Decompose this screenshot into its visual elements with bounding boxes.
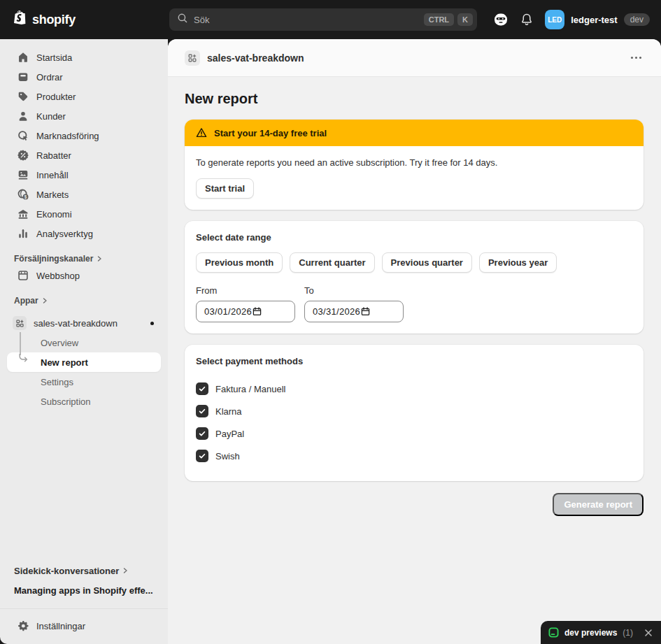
sidekick-conversation-item[interactable]: Managing apps in Shopify effe...	[0, 580, 168, 600]
chevron-right-icon	[96, 255, 103, 262]
trial-banner-title: Start your 14-day free trial	[214, 128, 327, 138]
marketing-icon	[17, 129, 29, 142]
customers-icon	[17, 110, 29, 122]
sidebar-item-innehall[interactable]: Innehåll	[0, 165, 168, 185]
tree-arrow-icon	[19, 354, 29, 365]
store-name: ledger-test	[571, 15, 617, 25]
payment-methods-title: Select payment methods	[196, 356, 632, 366]
store-avatar: LED	[545, 10, 564, 29]
sidebar-item-label: Ordrar	[36, 72, 63, 83]
sidebar-item-analysverktyg[interactable]: Analysverktyg	[0, 224, 168, 243]
chevron-right-icon	[41, 297, 48, 304]
sidebar-item-label: Startsida	[36, 52, 72, 63]
svg-text:$: $	[24, 194, 27, 200]
payment-option-klarna[interactable]: Klarna	[196, 400, 632, 422]
sidebar-item-kunder[interactable]: Kunder	[0, 106, 168, 126]
sidebar-item-produkter[interactable]: Produkter	[0, 87, 168, 106]
chevron-right-icon	[122, 567, 129, 574]
dev-previews-bar[interactable]: dev previews (1)	[541, 621, 661, 644]
sidebar-item-webbshop[interactable]: Webbshop	[0, 266, 168, 285]
date-range-title: Select date range	[196, 232, 632, 243]
calendar-icon[interactable]	[360, 306, 397, 317]
sidebar-item-label: Analysverktyg	[36, 229, 93, 239]
search-placeholder: Sök	[194, 15, 420, 25]
shopify-bag-icon	[13, 10, 27, 29]
checkbox-checked-icon[interactable]	[196, 427, 208, 440]
app-nav-group: sales-vat-breakdown Overview New report …	[0, 313, 168, 411]
checkbox-checked-icon[interactable]	[196, 450, 208, 462]
sidebar-item-installningar[interactable]: Inställningar	[0, 616, 168, 636]
sidekick-icon[interactable]	[493, 12, 509, 27]
sidekick-conversations-header[interactable]: Sidekick-konversationer	[0, 561, 168, 580]
sidebar-item-label: Produkter	[36, 92, 76, 102]
dev-env-badge: dev	[624, 13, 650, 26]
payment-option-paypal[interactable]: PayPal	[196, 422, 632, 445]
dev-preview-icon	[548, 627, 559, 638]
shortcut-ctrl-badge: CTRL	[424, 13, 454, 26]
shortcut-k-badge: K	[457, 13, 473, 26]
preset-previous-quarter-button[interactable]: Previous quarter	[382, 252, 472, 273]
app-name-label: sales-vat-breakdown	[34, 318, 118, 329]
sidebar-item-startsida[interactable]: Startsida	[0, 48, 168, 67]
sidebar-item-settings[interactable]: Settings	[7, 372, 161, 392]
close-icon[interactable]	[644, 629, 653, 637]
sidebar-item-marknadsforing[interactable]: Marknadsföring	[0, 126, 168, 145]
sidebar-item-ekonomi[interactable]: Ekonomi	[0, 204, 168, 224]
checkbox-checked-icon[interactable]	[196, 405, 208, 417]
sidebar-item-ordrar[interactable]: Ordrar	[0, 67, 168, 87]
storefront-icon	[17, 269, 29, 282]
page-title: New report	[185, 91, 644, 107]
ellipsis-icon	[631, 57, 633, 59]
main-content: sales-vat-breakdown New report St	[168, 39, 661, 644]
checkbox-checked-icon[interactable]	[196, 382, 208, 395]
content-header-title: sales-vat-breakdown	[207, 52, 304, 64]
sidebar-item-overview[interactable]: Overview	[7, 333, 161, 352]
markets-icon: $	[17, 188, 29, 201]
content-header: sales-vat-breakdown	[168, 39, 661, 77]
sales-channels-header[interactable]: Försäljningskanaler	[0, 252, 168, 266]
sidebar-item-new-report[interactable]: New report	[7, 352, 161, 372]
content-icon	[17, 169, 29, 181]
app-grid-icon	[185, 50, 200, 66]
store-menu[interactable]: LED ledger-test dev	[545, 10, 650, 29]
sidebar-item-label: Kunder	[36, 111, 66, 122]
from-label: From	[196, 285, 295, 296]
shopify-wordmark: shopify	[32, 13, 76, 27]
dev-previews-label: dev previews	[564, 628, 617, 638]
preset-previous-year-button[interactable]: Previous year	[479, 252, 557, 273]
topbar: shopify Sök CTRL K	[0, 0, 661, 39]
payment-option-faktura[interactable]: Faktura / Manuell	[196, 378, 632, 400]
preset-current-quarter-button[interactable]: Current quarter	[290, 252, 374, 273]
discounts-icon	[17, 149, 29, 162]
trial-banner-header: Start your 14-day free trial	[185, 120, 644, 146]
generate-report-button[interactable]: Generate report	[553, 493, 644, 516]
finance-icon	[17, 208, 29, 220]
sidebar-settings-section: Inställningar	[0, 608, 168, 644]
orders-icon	[17, 71, 29, 83]
apps-header[interactable]: Appar	[0, 294, 168, 308]
to-date-input[interactable]: 03/31/2026	[304, 301, 404, 322]
sidebar-item-markets[interactable]: $ Markets	[0, 185, 168, 204]
preset-previous-month-button[interactable]: Previous month	[196, 252, 283, 273]
app-tree-connector	[20, 332, 21, 355]
sidebar-item-label: Innehåll	[36, 170, 69, 180]
calendar-icon[interactable]	[252, 306, 288, 317]
more-options-button[interactable]	[627, 52, 646, 63]
sidebar-item-rabatter[interactable]: Rabatter	[0, 145, 168, 165]
sidebar-app-sales-vat-breakdown[interactable]: sales-vat-breakdown	[0, 313, 168, 333]
from-date-value: 03/01/2026	[204, 306, 252, 317]
products-icon	[17, 90, 29, 103]
from-date-input[interactable]: 03/01/2026	[196, 301, 295, 322]
sidebar-item-label: Ekonomi	[36, 209, 72, 220]
sidebar-item-subscription[interactable]: Subscription	[7, 392, 161, 411]
payment-option-swish[interactable]: Swish	[196, 445, 632, 467]
warning-icon	[195, 127, 208, 139]
shopify-logo[interactable]: shopify	[0, 10, 76, 29]
notifications-bell-icon[interactable]	[520, 13, 534, 27]
trial-banner-body: To generate reports you need an active s…	[196, 157, 632, 168]
start-trial-button[interactable]: Start trial	[196, 178, 254, 199]
analytics-icon	[17, 227, 29, 240]
to-label: To	[304, 285, 404, 296]
sidebar-footer: Sidekick-konversationer Managing apps in…	[0, 561, 168, 644]
search-input[interactable]: Sök CTRL K	[169, 8, 477, 31]
